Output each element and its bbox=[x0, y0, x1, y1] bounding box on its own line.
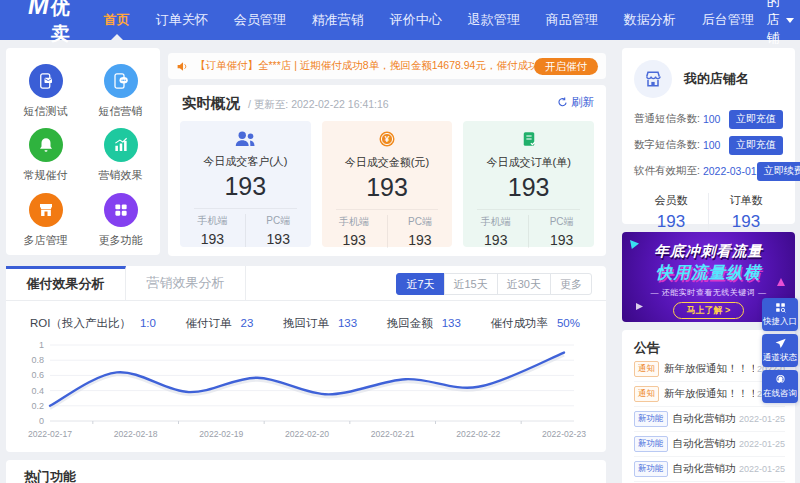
banner-line2: 快用流量纵横 bbox=[622, 262, 795, 284]
notice-row[interactable]: 新功能 自动化营销功能上线 2022-01-25 bbox=[634, 457, 785, 482]
recharge-button[interactable]: 立即充值 bbox=[729, 110, 783, 129]
floating-sidebar: 快捷入口 通道状态 在线咨询 bbox=[762, 298, 798, 403]
notice-tag: 新功能 bbox=[634, 436, 668, 452]
updated-timestamp: / 更新至: 2022-02-22 16:41:16 bbox=[248, 98, 389, 112]
start-reminder-button[interactable]: 开启催付 bbox=[534, 58, 598, 75]
store-icon bbox=[29, 193, 63, 227]
filter-30days[interactable]: 近30天 bbox=[497, 273, 551, 295]
order-doc-icon bbox=[520, 134, 538, 151]
trend-chart: 00.20.40.60.812022-02-172022-02-182022-0… bbox=[14, 337, 590, 451]
hot-features-card: 热门功能 bbox=[6, 460, 606, 483]
quick-item-more[interactable]: 更多功能 bbox=[83, 187, 158, 251]
svg-text:0: 0 bbox=[39, 416, 44, 426]
svg-text:2022-02-19: 2022-02-19 bbox=[199, 429, 243, 439]
tab-reminder-effect[interactable]: 催付效果分析 bbox=[6, 266, 126, 300]
notice-tag: 通知 bbox=[634, 361, 659, 377]
metric-recovered-amount-label: 挽回金额 bbox=[387, 316, 433, 331]
analysis-tabbar: 催付效果分析 营销效果分析 近7天 近15天 近30天 更多 bbox=[6, 266, 606, 301]
analysis-card: 催付效果分析 营销效果分析 近7天 近15天 近30天 更多 ROI（投入产出比… bbox=[6, 266, 606, 452]
svg-text:0.2: 0.2 bbox=[31, 401, 44, 411]
filter-7days[interactable]: 近7天 bbox=[396, 273, 444, 295]
stat-card-orders: 今日成交订单(单) 193 手机端193 PC端193 bbox=[463, 121, 594, 247]
stat-card-customers: 今日成交客户(人) 193 手机端193 PC端193 bbox=[180, 121, 311, 247]
bar-chart-icon bbox=[104, 128, 138, 162]
headset-icon bbox=[774, 373, 787, 386]
logo-text: 优卖 bbox=[51, 0, 71, 47]
quick-entry-button[interactable]: 快捷入口 bbox=[762, 298, 798, 331]
refresh-button[interactable]: 刷新 bbox=[557, 95, 594, 110]
banner-decoration bbox=[636, 303, 643, 310]
left-quick-panel: 短信测试 短信营销 常规催付 营销效果 多店管理 bbox=[6, 48, 160, 255]
tab-marketing-effect[interactable]: 营销效果分析 bbox=[126, 266, 246, 300]
realtime-overview-card: 实时概况 / 更新至: 2022-02-22 16:41:16 刷新 今日成交客… bbox=[168, 85, 606, 256]
nav-item-members[interactable]: 会员管理 bbox=[221, 0, 299, 40]
yen-coin-icon: ¥ bbox=[378, 134, 396, 151]
metric-roi-label: ROI（投入产出比） bbox=[30, 316, 131, 331]
metric-recovered-amount-value: 133 bbox=[442, 317, 461, 329]
chevron-down-icon bbox=[786, 18, 794, 23]
nav-item-home[interactable]: 首页 bbox=[91, 0, 143, 40]
notice-tag: 通知 bbox=[634, 386, 659, 402]
quick-item-sms-test[interactable]: 短信测试 bbox=[8, 58, 83, 122]
renew-button[interactable]: 立即续费 bbox=[757, 162, 800, 181]
order-count: 订单数 193 bbox=[708, 193, 783, 232]
app-logo[interactable]: M 优卖 bbox=[28, 0, 71, 47]
nav-item-analytics[interactable]: 数据分析 bbox=[611, 0, 689, 40]
refresh-icon bbox=[557, 97, 568, 108]
announcement-text: 【订单催付】全***店 | 近期催付成功8单，挽回金额14678.94元，催付成… bbox=[195, 59, 534, 73]
svg-text:0.4: 0.4 bbox=[31, 386, 44, 396]
metric-recovered-orders-value: 133 bbox=[338, 317, 357, 329]
svg-text:2022-02-17: 2022-02-17 bbox=[28, 429, 72, 439]
quick-item-payment-reminder[interactable]: 常规催付 bbox=[8, 122, 83, 186]
bell-icon bbox=[29, 128, 63, 162]
users-icon bbox=[233, 133, 257, 150]
metric-reminder-orders-label: 催付订单 bbox=[186, 316, 232, 331]
nav-item-products[interactable]: 商品管理 bbox=[533, 0, 611, 40]
online-support-button[interactable]: 在线咨询 bbox=[762, 370, 798, 403]
nav-item-reviews[interactable]: 评价中心 bbox=[377, 0, 455, 40]
grid-icon bbox=[104, 193, 138, 227]
nav-item-marketing[interactable]: 精准营销 bbox=[299, 0, 377, 40]
date-range-filters: 近7天 近15天 近30天 更多 bbox=[397, 273, 592, 295]
metric-success-rate-value: 50% bbox=[557, 317, 580, 329]
stat-card-amount: ¥ 今日成交金额(元) 193 手机端193 PC端193 bbox=[322, 121, 453, 247]
banner-line1: 年底冲刺看流量 bbox=[622, 242, 795, 261]
top-navbar: M 优卖 首页 订单关怀 会员管理 精准营销 评价中心 退款管理 商品管理 数据… bbox=[0, 0, 800, 40]
recharge-button[interactable]: 立即充值 bbox=[729, 136, 783, 155]
notice-tag: 新功能 bbox=[634, 461, 668, 477]
phone-chat-icon bbox=[104, 64, 138, 98]
svg-text:2022-02-22: 2022-02-22 bbox=[456, 429, 500, 439]
dashboard-page: M 优卖 首页 订单关怀 会员管理 精准营销 评价中心 退款管理 商品管理 数据… bbox=[0, 0, 800, 483]
svg-text:1: 1 bbox=[39, 340, 44, 350]
quick-item-sms-marketing[interactable]: 短信营销 bbox=[83, 58, 158, 122]
nav-item-refunds[interactable]: 退款管理 bbox=[455, 0, 533, 40]
banner-cta-button[interactable]: 马上了解 > bbox=[673, 302, 745, 319]
shop-row-digital-sms: 数字短信条数: 100 立即充值 bbox=[634, 132, 783, 158]
svg-text:0.6: 0.6 bbox=[31, 370, 44, 380]
hot-features-title: 热门功能 bbox=[6, 460, 606, 483]
shop-row-expiry: 软件有效期至: 2022-03-01 立即续费 bbox=[634, 158, 783, 184]
filter-more[interactable]: 更多 bbox=[550, 273, 592, 295]
notice-row[interactable]: 新功能 自动化营销功能上线 2022-01-25 bbox=[634, 407, 785, 432]
metric-reminder-orders-value: 23 bbox=[241, 317, 254, 329]
nav-item-order-care[interactable]: 订单关怀 bbox=[143, 0, 221, 40]
stat-value: 193 bbox=[322, 173, 453, 202]
phone-mail-icon bbox=[29, 64, 63, 98]
notice-row[interactable]: 新功能 自动化营销功能上线 2022-01-25 bbox=[634, 432, 785, 457]
channel-status-button[interactable]: 通道状态 bbox=[762, 334, 798, 367]
member-count: 会员数 193 bbox=[634, 193, 708, 232]
filter-15days[interactable]: 近15天 bbox=[444, 273, 498, 295]
quick-item-marketing-effect[interactable]: 营销效果 bbox=[83, 122, 158, 186]
main-menu: 首页 订单关怀 会员管理 精准营销 评价中心 退款管理 商品管理 数据分析 后台… bbox=[91, 0, 767, 40]
metrics-row: ROI（投入产出比）1:0 催付订单23 挽回订单133 挽回金额133 催付成… bbox=[6, 301, 606, 335]
quick-item-multi-store[interactable]: 多店管理 bbox=[8, 187, 83, 251]
svg-text:2022-02-23: 2022-02-23 bbox=[542, 429, 586, 439]
grid-search-icon bbox=[774, 301, 787, 314]
nav-item-admin[interactable]: 后台管理 bbox=[689, 0, 767, 40]
paper-plane-icon bbox=[774, 337, 787, 350]
svg-text:2022-02-18: 2022-02-18 bbox=[114, 429, 158, 439]
svg-text:2022-02-20: 2022-02-20 bbox=[285, 429, 329, 439]
notice-tag: 新功能 bbox=[634, 411, 668, 427]
shop-name: 我的店铺名 bbox=[684, 70, 749, 88]
svg-text:0.8: 0.8 bbox=[31, 355, 44, 365]
